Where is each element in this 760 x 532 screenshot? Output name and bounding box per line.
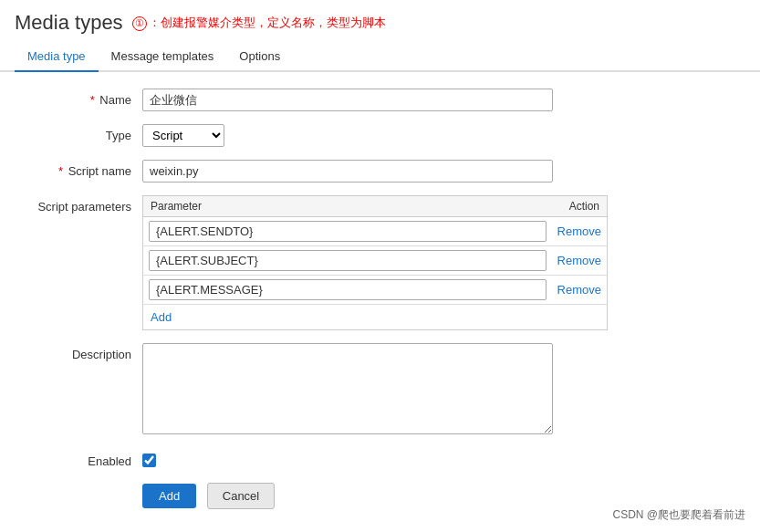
annotation: ①：创建报警媒介类型，定义名称，类型为脚本 [132, 15, 386, 31]
remove-link-0[interactable]: Remove [557, 224, 601, 238]
description-textarea[interactable] [142, 343, 553, 434]
script-params-label: Script parameters [15, 195, 142, 214]
tabs-bar: Media type Message templates Options [0, 40, 760, 72]
enabled-checkbox[interactable] [142, 454, 156, 467]
type-select-wrap: Script [142, 124, 553, 147]
cancel-button[interactable]: Cancel [207, 483, 275, 509]
name-required: * [90, 93, 95, 107]
param-input-0[interactable] [149, 221, 547, 242]
name-control [142, 89, 553, 111]
table-row: Remove [143, 276, 608, 305]
type-label: Type [15, 124, 142, 142]
param-input-2[interactable] [149, 279, 547, 300]
action-col-header: Action [552, 196, 608, 217]
page-title: Media types [15, 11, 123, 35]
script-name-required: * [58, 164, 63, 178]
enabled-control [142, 450, 553, 470]
script-name-control [142, 160, 553, 183]
params-table: Parameter Action Remove Remove [142, 195, 608, 330]
name-row: * Name [15, 89, 745, 111]
remove-link-2[interactable]: Remove [557, 283, 601, 297]
description-control [142, 343, 553, 437]
type-select[interactable]: Script [142, 124, 224, 147]
annotation-text: ：创建报警媒介类型，定义名称，类型为脚本 [149, 16, 386, 29]
tab-media-type[interactable]: Media type [15, 42, 99, 72]
param-input-1[interactable] [149, 250, 547, 271]
type-row: Type Script [15, 124, 745, 147]
name-input[interactable] [142, 89, 553, 111]
description-label: Description [15, 343, 142, 361]
enabled-row: Enabled [15, 450, 745, 470]
table-row: Remove [143, 246, 608, 276]
name-label: * Name [15, 89, 142, 107]
add-param-link[interactable]: Add [143, 307, 179, 328]
tab-message-templates[interactable]: Message templates [99, 42, 227, 72]
script-params-control: Parameter Action Remove Remove [142, 195, 608, 330]
remove-link-1[interactable]: Remove [557, 254, 601, 267]
add-button[interactable]: Add [142, 484, 196, 508]
tab-options[interactable]: Options [226, 42, 293, 72]
script-name-label: * Script name [15, 160, 142, 178]
form-area: * Name Type Script * Script name [0, 72, 760, 532]
param-col-header: Parameter [143, 196, 552, 217]
script-name-row: * Script name [15, 160, 745, 183]
buttons-row: Add Cancel [15, 483, 745, 509]
buttons-control: Add Cancel [142, 483, 553, 509]
footer-note: CSDN @爬也要爬着看前进 [612, 507, 745, 523]
type-control: Script [142, 124, 553, 147]
script-params-row: Script parameters Parameter Action Remov… [15, 195, 745, 330]
annotation-number: ① [132, 16, 147, 31]
page-header: Media types ①：创建报警媒介类型，定义名称，类型为脚本 [0, 0, 760, 40]
description-row: Description [15, 343, 745, 437]
script-name-input[interactable] [142, 160, 553, 183]
enabled-label: Enabled [15, 450, 142, 468]
table-row: Remove [143, 217, 608, 246]
